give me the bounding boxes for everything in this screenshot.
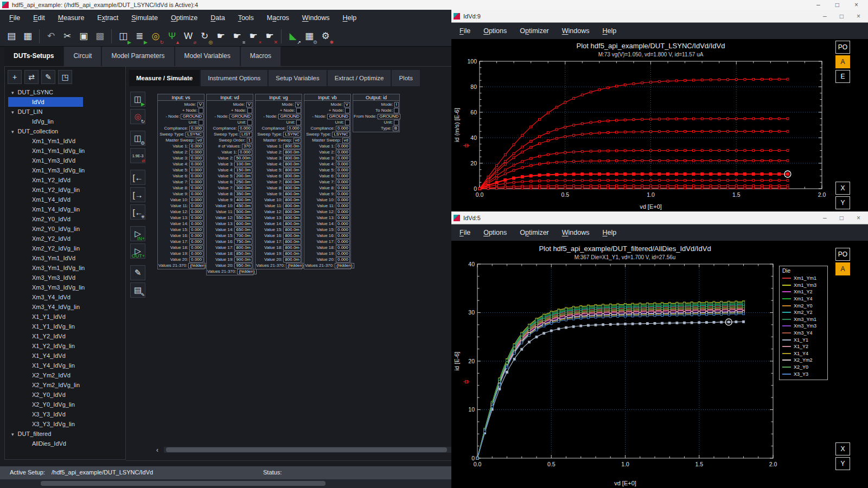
field-value[interactable]: V	[197, 102, 203, 107]
field-value[interactable]: (hidden)	[237, 269, 256, 274]
add-icon[interactable]: +	[8, 70, 22, 84]
field-value[interactable]: 350.0m	[234, 191, 252, 197]
menu-file[interactable]: File	[455, 25, 475, 36]
maximize-icon[interactable]: □	[840, 12, 844, 20]
field-value[interactable]: 0.000	[189, 239, 203, 245]
tree-item-x2-y0-idvd[interactable]: X2_Y0_IdVd	[5, 390, 125, 400]
field-value[interactable]: 0.000	[189, 191, 203, 197]
field-value[interactable]: 0.000	[287, 126, 301, 131]
field-value[interactable]	[394, 108, 399, 113]
tree-item-xm3-ym1-idvg-lin[interactable]: Xm3_Ym1_IdVg_lin	[5, 263, 125, 273]
field-value[interactable]: V	[344, 102, 350, 107]
menu-file[interactable]: File	[4, 12, 25, 23]
field-value[interactable]: (hidden)	[286, 263, 305, 268]
field-value[interactable]: 500.0m	[234, 209, 252, 215]
field-value[interactable]: 0.000	[336, 185, 350, 191]
tree-item-xm1-ym1-idvg-lin[interactable]: Xm1_Ym1_IdVg_lin	[5, 146, 125, 156]
edit-setup-icon[interactable]: ✎	[41, 70, 55, 84]
tree-item-x1-y1-idvd[interactable]: X1_Y1_IdVd	[5, 312, 125, 322]
chevron-down-icon[interactable]: ▾	[11, 110, 14, 115]
field-value[interactable]: LSYNC	[283, 132, 301, 137]
tree-item-x2-ym2-idvg-lin[interactable]: X2_Ym2_IdVg_lin	[5, 380, 125, 390]
tab-setup-variables[interactable]: Setup Variables	[269, 70, 326, 86]
v-add-input-icon[interactable]: ▷IN+	[130, 226, 145, 241]
tab-plots[interactable]: Plots	[392, 70, 420, 86]
menu-simulate[interactable]: Simulate	[126, 12, 163, 23]
field-value[interactable]: LSYNC	[332, 132, 350, 137]
tree-item-x1-y2-idvd[interactable]: X1_Y2_IdVd	[5, 331, 125, 341]
button-x[interactable]: X	[835, 442, 850, 455]
field-value[interactable]: 0.000	[336, 162, 350, 167]
tree-item-xm1-ym1-idvd[interactable]: Xm1_Ym1_IdVd	[5, 136, 125, 146]
tree-item-alldies-idvd[interactable]: AllDies_IdVd	[5, 439, 125, 448]
field-value[interactable]: GROUND	[278, 114, 301, 119]
v-import-new-icon[interactable]: [←✳	[130, 204, 145, 220]
v-instrument-icon[interactable]: ◫⚙	[130, 131, 145, 146]
open-window-icon[interactable]: ◳	[58, 70, 72, 84]
field-value[interactable]: 0.000	[189, 245, 203, 251]
field-value[interactable]	[345, 108, 350, 113]
tree-item-xm3-ym1-idvd[interactable]: Xm3_Ym1_IdVd	[5, 253, 125, 263]
tree-item-xm2-y0-idvg-lin[interactable]: Xm2_Y0_IdVg_lin	[5, 224, 125, 234]
tree-item-x2-y0-idvg-lin[interactable]: X2_Y0_IdVg_lin	[5, 400, 125, 409]
simulate-icon[interactable]: ≣▶	[131, 28, 148, 44]
field-value[interactable]: 0.000	[189, 257, 203, 262]
field-value[interactable]: 0.000	[238, 126, 252, 131]
field-value[interactable]: 550.0m	[234, 215, 252, 221]
button-x[interactable]: X	[835, 182, 850, 195]
v-export-icon[interactable]: [→	[130, 187, 145, 202]
menu-data[interactable]: Data	[206, 12, 229, 23]
field-value[interactable]: 0.000	[189, 227, 203, 233]
field-value[interactable]: 600.0m	[234, 221, 252, 227]
field-value[interactable]: 450.0m	[234, 203, 252, 209]
field-value[interactable]: B	[393, 126, 399, 131]
tree-item-x1-y2-idvg-lin[interactable]: X1_Y2_IdVg_lin	[5, 341, 125, 351]
field-value[interactable]: 0.000	[336, 179, 350, 185]
field-value[interactable]: 800.0m	[283, 185, 301, 191]
field-value[interactable]: 0.000	[189, 179, 203, 185]
measure-icon[interactable]: ◫▶	[115, 28, 131, 44]
field-value[interactable]	[247, 120, 252, 125]
close-icon[interactable]: ×	[857, 12, 860, 20]
tree-item-xm1-y2-idvd[interactable]: Xm1_Y2_IdVd	[5, 175, 125, 185]
button-po[interactable]: PO	[835, 248, 850, 261]
bottom-scrollbar-thumb[interactable]	[41, 481, 326, 486]
field-value[interactable]: 0.000	[189, 185, 203, 191]
chevron-down-icon[interactable]: ▾	[11, 90, 14, 95]
field-value[interactable]: 300.0m	[234, 185, 252, 191]
field-value[interactable]	[296, 120, 301, 125]
button-a[interactable]: A	[835, 55, 850, 68]
field-value[interactable]: 0.000	[336, 197, 350, 203]
field-value[interactable]: 650.0m	[234, 227, 252, 233]
field-value[interactable]: 800.0m	[283, 156, 301, 161]
field-value[interactable]: 0.000	[336, 150, 350, 155]
field-value[interactable]: 0.000	[336, 191, 350, 197]
field-value[interactable]: GROUND	[229, 114, 252, 119]
scrollbar-track[interactable]	[164, 447, 451, 453]
save-icon[interactable]: ▦	[20, 28, 36, 44]
menu-optimizer[interactable]: Optimizer	[515, 227, 554, 238]
horizontal-scrollbar[interactable]: ‹	[156, 446, 451, 453]
field-value[interactable]: 800.0m	[283, 251, 301, 256]
field-value[interactable]: V	[295, 102, 301, 107]
maximize-icon[interactable]: □	[835, 1, 839, 9]
tree-item-xm3-ym3-idvd[interactable]: Xm3_Ym3_IdVd	[5, 273, 125, 282]
field-value[interactable]: 800.0m	[283, 209, 301, 215]
tree-item-xm2-y0-idvd[interactable]: Xm2_Y0_IdVd	[5, 214, 125, 224]
tab-model-parameters[interactable]: Model Parameters	[102, 47, 174, 66]
menu-options[interactable]: Options	[478, 227, 512, 238]
field-value[interactable]: 0.000	[189, 233, 203, 239]
field-value[interactable]: 0.000	[336, 221, 350, 227]
tree-item-xm2-y2-idvd[interactable]: Xm2_Y2_IdVd	[5, 234, 125, 243]
mem-clear-icon[interactable]: ☛×	[245, 28, 261, 44]
v-measure-icon[interactable]: ◫▶	[130, 92, 145, 107]
tree-item-dut-lsync[interactable]: ▾DUT_LSYNC	[5, 87, 125, 97]
field-value[interactable]: 800.0m	[283, 257, 301, 262]
field-value[interactable]: 250.0m	[234, 179, 252, 185]
field-value[interactable]: 0.000	[336, 245, 350, 251]
tab-measure-simulate[interactable]: Measure / Simulate	[129, 70, 200, 86]
menu-measure[interactable]: Measure	[53, 12, 90, 23]
field-value[interactable]: 0.000	[189, 251, 203, 256]
field-value[interactable]	[199, 120, 203, 125]
scroll-left-icon[interactable]: ‹	[156, 446, 164, 454]
